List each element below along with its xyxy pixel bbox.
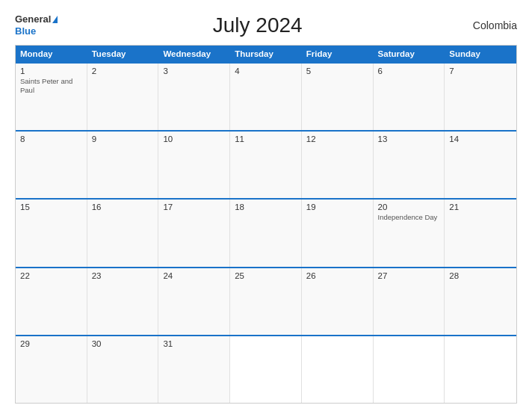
- calendar-cell-1-7: 7: [445, 64, 516, 130]
- calendar-cell-1-4: 4: [230, 64, 302, 130]
- calendar-header: Monday Tuesday Wednesday Thursday Friday…: [16, 46, 516, 62]
- calendar-cell-5-3: 31: [158, 336, 230, 403]
- week-row-5: 293031: [16, 335, 516, 403]
- calendar: Monday Tuesday Wednesday Thursday Friday…: [15, 45, 517, 404]
- day-number: 8: [20, 135, 82, 143]
- header-thursday: Thursday: [230, 46, 302, 62]
- day-number: 10: [163, 135, 225, 143]
- day-number: 6: [378, 67, 440, 75]
- day-number: 14: [449, 135, 512, 143]
- day-number: 2: [92, 67, 154, 75]
- header-tuesday: Tuesday: [87, 46, 159, 62]
- day-number: 24: [163, 271, 225, 280]
- calendar-cell-3-3: 17: [158, 200, 230, 266]
- day-number: 12: [306, 135, 368, 143]
- header-friday: Friday: [302, 46, 374, 62]
- day-number: 22: [20, 271, 82, 280]
- day-number: 26: [306, 271, 368, 280]
- logo-blue-text: Blue: [15, 25, 58, 37]
- day-number: 3: [163, 67, 225, 75]
- page-header: General Blue July 2024 Colombia: [15, 13, 517, 37]
- country-label: Colombia: [457, 19, 517, 31]
- calendar-cell-2-5: 12: [302, 132, 374, 198]
- day-number: 11: [235, 135, 297, 143]
- calendar-cell-4-2: 23: [87, 268, 159, 335]
- day-number: 16: [92, 203, 154, 211]
- day-number: 18: [235, 203, 297, 211]
- calendar-cell-2-1: 8: [16, 132, 87, 198]
- header-sunday: Sunday: [445, 46, 516, 62]
- calendar-cell-4-6: 27: [374, 268, 445, 335]
- day-number: 29: [20, 339, 82, 348]
- event-label: Saints Peter and Paul: [20, 77, 82, 96]
- calendar-cell-3-6: 20Independence Day: [374, 200, 445, 266]
- calendar-cell-5-1: 29: [16, 336, 87, 403]
- day-number: 5: [306, 67, 368, 75]
- day-number: 15: [20, 203, 82, 211]
- calendar-cell-2-6: 13: [374, 132, 445, 198]
- calendar-cell-3-1: 15: [16, 200, 87, 266]
- calendar-cell-5-5: [302, 336, 374, 403]
- day-number: 1: [20, 67, 82, 75]
- calendar-cell-4-1: 22: [16, 268, 87, 335]
- calendar-cell-1-3: 3: [158, 64, 230, 130]
- calendar-cell-1-1: 1Saints Peter and Paul: [16, 64, 87, 130]
- day-number: 20: [378, 203, 440, 211]
- calendar-cell-5-2: 30: [87, 336, 159, 403]
- calendar-cell-4-7: 28: [445, 268, 516, 335]
- day-number: 25: [235, 271, 297, 280]
- day-number: 21: [449, 203, 512, 211]
- header-monday: Monday: [16, 46, 87, 62]
- day-number: 30: [92, 339, 154, 348]
- day-number: 27: [378, 271, 440, 280]
- day-number: 4: [235, 67, 297, 75]
- header-saturday: Saturday: [374, 46, 445, 62]
- calendar-cell-5-6: [374, 336, 445, 403]
- week-row-4: 22232425262728: [16, 267, 516, 335]
- day-number: 28: [449, 271, 512, 280]
- page-title: July 2024: [58, 13, 457, 37]
- calendar-cell-4-4: 25: [230, 268, 302, 335]
- calendar-cell-2-2: 9: [87, 132, 159, 198]
- logo-triangle-icon: [52, 16, 58, 23]
- calendar-cell-4-5: 26: [302, 268, 374, 335]
- week-row-1: 1Saints Peter and Paul234567: [16, 62, 516, 130]
- event-label: Independence Day: [378, 213, 440, 222]
- logo-general-text: General: [15, 13, 51, 25]
- calendar-cell-3-4: 18: [230, 200, 302, 266]
- calendar-cell-3-2: 16: [87, 200, 159, 266]
- calendar-cell-4-3: 24: [158, 268, 230, 335]
- calendar-cell-1-2: 2: [87, 64, 159, 130]
- calendar-cell-3-7: 21: [445, 200, 516, 266]
- calendar-cell-5-7: [445, 336, 516, 403]
- week-row-3: 151617181920Independence Day21: [16, 198, 516, 266]
- calendar-cell-2-3: 10: [158, 132, 230, 198]
- day-number: 31: [163, 339, 225, 348]
- calendar-cell-1-5: 5: [302, 64, 374, 130]
- calendar-cell-2-7: 14: [445, 132, 516, 198]
- calendar-cell-5-4: [230, 336, 302, 403]
- calendar-page: General Blue July 2024 Colombia Monday T…: [0, 0, 532, 411]
- day-number: 13: [378, 135, 440, 143]
- day-number: 9: [92, 135, 154, 143]
- day-number: 19: [306, 203, 368, 211]
- calendar-cell-3-5: 19: [302, 200, 374, 266]
- calendar-body: 1Saints Peter and Paul234567891011121314…: [16, 62, 516, 403]
- logo: General Blue: [15, 13, 58, 37]
- day-number: 7: [449, 67, 512, 75]
- header-wednesday: Wednesday: [158, 46, 230, 62]
- day-number: 17: [163, 203, 225, 211]
- calendar-cell-1-6: 6: [374, 64, 445, 130]
- day-number: 23: [92, 271, 154, 280]
- week-row-2: 891011121314: [16, 130, 516, 198]
- calendar-cell-2-4: 11: [230, 132, 302, 198]
